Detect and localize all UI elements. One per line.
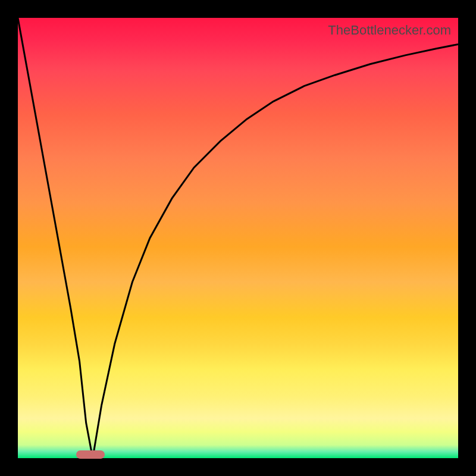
chart-plot-area: TheBottlenecker.com bbox=[18, 18, 458, 458]
chart-svg bbox=[18, 18, 458, 458]
bottleneck-curve bbox=[18, 18, 458, 458]
watermark-text: TheBottlenecker.com bbox=[328, 23, 451, 38]
optimal-range-marker bbox=[76, 450, 104, 459]
